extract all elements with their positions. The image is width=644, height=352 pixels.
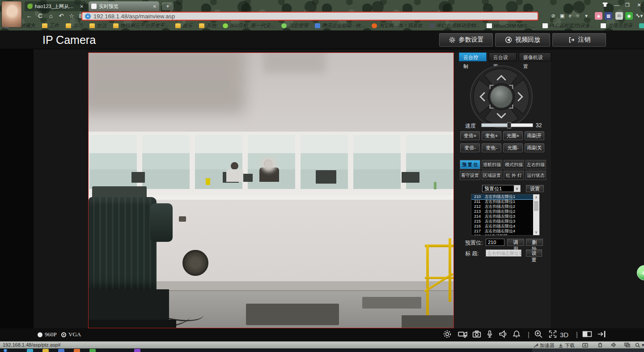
zoom-in-icon[interactable]	[534, 330, 545, 339]
bookmark-item[interactable]: 生活	[89, 22, 106, 29]
medkit-icon[interactable]	[582, 342, 588, 348]
minimize-button[interactable]: —	[612, 2, 622, 9]
tab-ptz-control[interactable]: 云台控制	[459, 52, 487, 61]
tab-close-icon[interactable]: ✕	[153, 4, 157, 9]
bookmark-item[interactable]: 其他	[199, 22, 216, 29]
mail-icon[interactable]: ✉	[615, 12, 623, 20]
scroll-up-icon[interactable]: ∧	[533, 194, 539, 200]
skin-button[interactable]	[600, 2, 610, 9]
list-item[interactable]: 210左右扫描左限位1	[471, 194, 539, 199]
settings-icon[interactable]	[443, 330, 453, 339]
list-item[interactable]: 212左右扫描左限位2	[471, 204, 539, 209]
iris-minus-button[interactable]: 光圈-	[503, 143, 523, 152]
windows-taskbar[interactable]	[0, 348, 644, 352]
address-input[interactable]	[93, 13, 535, 20]
list-item[interactable]: 220360自动扫描	[471, 234, 539, 236]
resolution-960p-radio[interactable]: 960P	[38, 331, 57, 338]
star-icon[interactable]: ☆	[574, 13, 582, 20]
tab-run-status[interactable]: 运行状态	[525, 171, 546, 180]
logout-button[interactable]: 注销	[552, 33, 606, 47]
list-item[interactable]: 216左右扫描左限位4	[471, 224, 539, 229]
focus-minus-button[interactable]: 变焦-	[482, 143, 501, 152]
system-tray[interactable]	[532, 348, 644, 352]
resolution-vga-radio[interactable]: VGA	[61, 331, 81, 338]
list-item[interactable]: 214左右扫描左限位3	[471, 214, 539, 219]
user-avatar[interactable]	[1, 1, 22, 28]
taskbar-app-icon[interactable]	[27, 349, 33, 352]
live-video[interactable]	[88, 52, 454, 328]
title-set-button[interactable]: 设置	[526, 249, 542, 257]
scroll-thumb[interactable]	[534, 201, 538, 211]
wrench-menu-icon[interactable]: 🔧︎▾	[635, 13, 643, 20]
trash-icon[interactable]	[597, 342, 603, 348]
speaker-icon[interactable]	[498, 330, 509, 339]
scroll-down-icon[interactable]: ∨	[533, 229, 539, 235]
fullscreen-icon[interactable]	[548, 330, 559, 339]
dropdown-chevron-icon[interactable]: ▾	[582, 13, 590, 20]
taskbar-app-icon[interactable]	[74, 349, 80, 352]
adblock-icon[interactable]: ⊘	[549, 13, 557, 20]
tab-ptz-settings[interactable]: 云台设置	[489, 52, 517, 61]
favorite-star-icon[interactable]: ☆	[67, 12, 76, 20]
tab-ir-light[interactable]: 红 外 灯	[504, 171, 524, 180]
speed-slider[interactable]	[481, 123, 533, 127]
3d-position-button[interactable]: 3D	[560, 331, 568, 339]
extension-blue-icon[interactable]: ▦	[605, 12, 612, 20]
preset-select[interactable]: 预置位1 ∨	[482, 185, 521, 192]
iris-plus-button[interactable]: 光圈+	[503, 131, 523, 140]
windows-icon[interactable]	[624, 342, 630, 348]
tab-pattern-scan[interactable]: 模式扫描	[504, 160, 524, 169]
snapshot-icon[interactable]	[472, 330, 483, 339]
start-orb-icon[interactable]	[4, 349, 7, 352]
wechat-icon[interactable]: ◉	[625, 12, 633, 20]
list-scrollbar[interactable]: ∧ ∨	[533, 194, 539, 235]
extension-pink-icon[interactable]: ◈	[595, 12, 602, 20]
tab-guard-settings[interactable]: 看守设置	[460, 171, 480, 180]
address-input-highlighted[interactable]: +	[81, 12, 538, 21]
record-icon[interactable]	[458, 330, 469, 339]
list-item[interactable]: 213左右扫描右限位2	[471, 209, 539, 214]
tab-preset[interactable]: 预 置 位	[460, 160, 480, 169]
bookmark-item[interactable]: 消息管理	[281, 22, 308, 29]
bookmark-item[interactable]: 工作	[42, 22, 59, 29]
tab-camera-settings[interactable]: 摄像机设置	[519, 52, 551, 61]
screenshot-icon[interactable]: ▣	[558, 13, 566, 20]
delete-button[interactable]: 删除	[526, 239, 543, 246]
preset-number-input[interactable]	[486, 239, 504, 246]
preset-set-button[interactable]: 设置	[526, 185, 544, 192]
bookmark-item[interactable]: 腾讯企业邮箱 - 收...	[315, 22, 365, 29]
bookmark-item[interactable]: WiseCRM NBS - ...	[487, 23, 536, 29]
tab-pan-scan[interactable]: 左右扫描	[525, 160, 546, 169]
browser-tab-live-preview[interactable]: 实时预览 ✕	[89, 1, 159, 11]
zoom-level-icon[interactable]: ▾	[635, 342, 644, 348]
list-item[interactable]: 215左右扫描右限位3	[471, 219, 539, 224]
taskbar-app-icon[interactable]	[58, 349, 64, 352]
title-input[interactable]	[486, 249, 521, 257]
list-item[interactable]: 217左右扫描右限位4	[471, 229, 539, 234]
bookmark-item[interactable]: 单仁合强移动营销...	[429, 22, 480, 29]
close-button[interactable]: ✕	[634, 2, 644, 9]
panel-icon[interactable]	[582, 330, 593, 339]
refresh-icon[interactable]: C	[36, 12, 45, 20]
maximize-button[interactable]: ❐	[623, 2, 632, 9]
focus-plus-button[interactable]: 变焦+	[482, 131, 501, 140]
wiper-on-button[interactable]: 雨刷开	[525, 131, 544, 140]
volume-icon[interactable]	[611, 342, 617, 348]
taskbar-app-icon[interactable]	[134, 349, 140, 352]
chevron-down-icon[interactable]: ∨	[514, 185, 520, 192]
bookmark-item[interactable]: PLC远程监控|设备...	[542, 22, 594, 29]
back-icon[interactable]: ←	[25, 12, 34, 20]
bookmark-item[interactable]: 管理员登录	[601, 22, 632, 29]
ie-mode-icon[interactable]: e	[566, 13, 574, 20]
download-button[interactable]: 下载	[558, 342, 575, 349]
home-icon[interactable]: ⌂	[47, 12, 55, 20]
mic-icon[interactable]	[486, 330, 496, 339]
call-button[interactable]: 调用	[507, 239, 524, 246]
alarm-bell-icon[interactable]	[513, 330, 523, 339]
tab-area-settings[interactable]: 区域设置	[482, 171, 502, 180]
bookmark-item[interactable]: 学习	[66, 22, 83, 29]
new-tab-button[interactable]: +	[162, 2, 174, 10]
wiper-off-button[interactable]: 雨刷关	[525, 143, 544, 152]
bookmark-item[interactable]: 娱乐	[175, 22, 192, 29]
undo-icon[interactable]: ↶	[57, 12, 66, 20]
